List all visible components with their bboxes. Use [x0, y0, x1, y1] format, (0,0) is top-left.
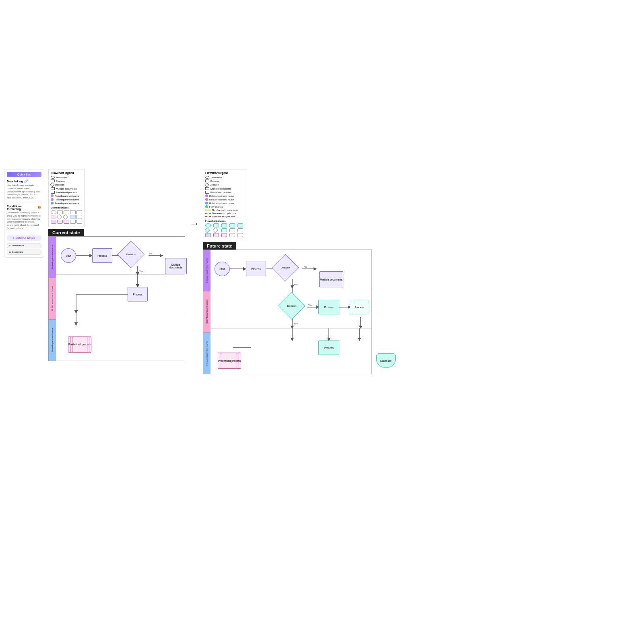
decision-shape [50, 182, 54, 187]
future-state-label: Future state [203, 242, 236, 250]
tip-data-linking: Data linking 🔗 Use data linking to creat… [7, 180, 41, 202]
cs14 [70, 220, 76, 224]
current-row3: Predefined process [56, 313, 185, 351]
current-row2-extra [56, 275, 186, 313]
cs8 [63, 214, 68, 220]
f-predefined-shape [205, 191, 209, 194]
future-database[interactable]: Database [376, 353, 396, 368]
future-row2: Yes Yes Decision [211, 288, 372, 328]
multi-doc-shape [51, 187, 55, 190]
fcs15 [237, 233, 243, 237]
future-legend-process: Process [205, 180, 245, 182]
future-legend-role1: Role/department name [205, 194, 245, 197]
current-multi-doc[interactable]: Multiple documents [165, 258, 187, 274]
future-legend-increase: Increase in cycle time [205, 215, 245, 218]
fcs8 [221, 228, 227, 232]
future-legend-role2: Role/department name [205, 198, 245, 201]
future-shapes-grid1 [205, 223, 245, 227]
custom-shapes-title: Custom shapes [51, 206, 82, 209]
future-state-swimlane: Role/department name Role/department nam… [203, 250, 372, 374]
tip1-text: Use data linking to create powerful, dat… [7, 184, 41, 200]
future-swimlane-rows: No Yes Start Process [211, 250, 372, 374]
customize-icon: ⚙ [9, 251, 11, 254]
future-process4[interactable]: Process [318, 341, 339, 355]
svg-text:Yes: Yes [294, 322, 298, 325]
cs3 [64, 210, 69, 214]
future-role1: Role/department name [203, 250, 211, 291]
legend-terminator: Terminator [51, 176, 82, 179]
summarize-button[interactable]: ✦ Summarize [7, 243, 41, 248]
future-role2: Role/department name [203, 291, 211, 333]
future-legend-predefined: Predefined process [205, 191, 245, 194]
cs4 [70, 210, 76, 214]
f-flow-change-dot [205, 205, 208, 208]
lucidchart-basics-button[interactable]: Lucidchart basics [7, 235, 41, 241]
future-process3[interactable]: Process [350, 300, 369, 314]
current-legend: Flowchart legend Terminator Process Deci… [48, 169, 85, 227]
cs10 [76, 215, 82, 219]
quick-tips-header: Quick tips [7, 172, 41, 177]
role2-dot [51, 198, 54, 201]
future-legend-decrease: Decrease in cycle time [205, 212, 245, 215]
tip-conditional-formatting: Conditional formatting 🎨 Conditional for… [7, 205, 41, 233]
f-process-shape [205, 180, 209, 182]
flowcharts-wrapper: Flowchart legend Terminator Process Deci… [48, 169, 372, 374]
future-state-section: Flowchart legend Terminator Process Deci… [203, 169, 372, 374]
current-state-label: Current state [48, 229, 84, 236]
cs1 [51, 210, 56, 214]
customize-button[interactable]: ⚙ Customize [7, 250, 41, 255]
future-legend-role3: Role/department name [205, 202, 245, 204]
current-state-diagram: Current state Role/department name Role/… [48, 229, 185, 361]
current-state-swimlane: Role/department name Role/department nam… [48, 236, 185, 361]
cs7 [56, 214, 62, 220]
future-process2[interactable]: Process [318, 300, 339, 314]
future-legend-flow-change: Flow change [205, 205, 245, 208]
future-role-labels: Role/department name Role/department nam… [203, 250, 211, 374]
main-container: Quick tips Data linking 🔗 Use data linki… [4, 169, 372, 374]
fcs1 [205, 223, 211, 227]
fcs6 [204, 227, 210, 233]
cs11 [51, 220, 56, 224]
legend-role3: Role/department name [51, 202, 82, 204]
future-shapes-grid3 [205, 233, 245, 237]
future-shapes-grid2 [205, 228, 245, 232]
current-row1: Yes No Start [56, 237, 185, 275]
cs6 [51, 215, 56, 219]
current-predefined1[interactable]: Predefined process [68, 336, 91, 353]
current-role3: Role/department name [49, 320, 56, 361]
current-process1[interactable]: Process [92, 248, 112, 263]
future-role3: Role/department name [203, 333, 211, 374]
f-role1-dot [205, 194, 208, 197]
future-legend-no-change: No change in cycle time [205, 209, 245, 211]
future-legend-title: Flowchart legend [205, 171, 245, 174]
future-flowchart-shapes-title: Flowchart shapes [205, 220, 245, 222]
process-shape [51, 180, 55, 182]
future-process1[interactable]: Process [246, 262, 266, 276]
predefined-shape [51, 191, 55, 194]
future-decision2[interactable]: Decision [282, 296, 302, 316]
cs15 [76, 220, 82, 224]
summarize-icon: ✦ [9, 244, 11, 247]
future-predefined1[interactable]: Predefined process [218, 353, 241, 369]
svg-text:Yes: Yes [139, 270, 143, 272]
custom-shapes-grid3 [51, 220, 82, 224]
role3-dot [51, 202, 54, 204]
current-start[interactable]: Start [61, 248, 76, 263]
role1-dot [51, 194, 54, 197]
fcs7 [213, 227, 218, 233]
cs12 [57, 220, 63, 224]
f-multi-doc-shape [205, 187, 209, 190]
future-decision1[interactable]: Decision [276, 258, 296, 278]
current-role1: Role/department name [49, 237, 56, 278]
tip2-text: Conditional formatting offers a great wa… [7, 211, 41, 230]
fcs4 [229, 223, 235, 227]
f-no-change-line [205, 210, 211, 211]
f-increase-line [205, 216, 211, 217]
future-multi-doc[interactable]: Multiple documents [319, 271, 343, 287]
current-decision1[interactable]: Decision [121, 245, 141, 265]
fcs3 [221, 223, 227, 227]
future-start[interactable]: Start [215, 262, 230, 276]
cs9 [70, 215, 76, 219]
fcs10 [237, 228, 243, 232]
custom-shapes-grid1 [51, 210, 82, 214]
